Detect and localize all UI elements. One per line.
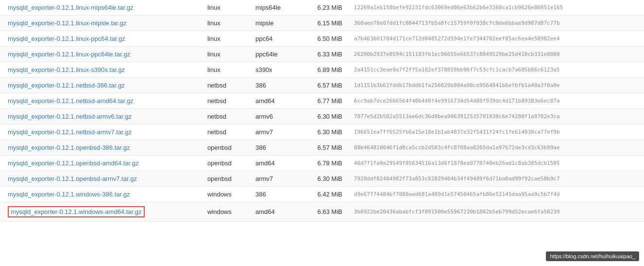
file-link[interactable]: mysqld_exporter-0.12.1.openbsd-armv7.tar… <box>8 175 137 182</box>
file-link[interactable]: mysqld_exporter-0.12.1.netbsd-armv7.tar.… <box>8 128 132 136</box>
table-row: mysqld_exporter-0.12.1.linux-ppc64.tar.g… <box>0 31 644 47</box>
arch-cell: s390x <box>250 62 299 78</box>
size-cell: 6.63 MiB <box>299 202 348 222</box>
file-cell[interactable]: mysqld_exporter-0.12.1.linux-mipsle.tar.… <box>0 16 202 31</box>
table-row: mysqld_exporter-0.12.1.linux-ppc64le.tar… <box>0 47 644 62</box>
files-table: mysqld_exporter-0.12.1.linux-mips64le.ta… <box>0 0 644 222</box>
arch-cell: amd64 <box>250 202 299 222</box>
size-cell: 6.30 MiB <box>299 109 348 124</box>
hash-cell: 46d7f1fa0a29549f85634516a13d6f1878ea0778… <box>348 156 644 171</box>
file-cell[interactable]: mysqld_exporter-0.12.1.openbsd-386.tar.g… <box>0 140 202 156</box>
table-row: mysqld_exporter-0.12.1.openbsd-386.tar.g… <box>0 140 644 156</box>
table-row: mysqld_exporter-0.12.1.linux-mipsle.tar.… <box>0 16 644 31</box>
hash-cell: 1d1151b3b61fddb17bddb1fa256029b804a98ce9… <box>348 78 644 93</box>
arch-cell: amd64 <box>250 156 299 171</box>
hash-cell: 2a4151cc3eae9a7f2ff5a182ef378859bb96f7c5… <box>348 62 644 78</box>
arch-cell: ppc64le <box>250 47 299 62</box>
os-cell: openbsd <box>202 156 250 171</box>
file-link[interactable]: mysqld_exporter-0.12.1.windows-386.tar.g… <box>8 191 130 198</box>
size-cell: 6.33 MiB <box>299 47 348 62</box>
hash-cell: 196651ea7ff6525fb6a15e18e1b1ab4037e32f54… <box>348 124 644 140</box>
arch-cell: ppc64 <box>250 31 299 47</box>
table-row: mysqld_exporter-0.12.1.netbsd-armv7.tar.… <box>0 124 644 140</box>
size-cell: 6.42 MiB <box>299 187 348 202</box>
file-link[interactable]: mysqld_exporter-0.12.1.linux-s390x.tar.g… <box>8 66 125 73</box>
hash-cell: 3b0922be20436ababfcf3f091500e55967230b18… <box>348 202 644 222</box>
table-row: mysqld_exporter-0.12.1.windows-amd64.tar… <box>0 202 644 222</box>
hash-cell: 7928ddf82404982f73a853c82829404b34f49489… <box>348 171 644 187</box>
hash-cell: 12269a1eb150befe92231fdc63069ed06e63b62b… <box>348 0 644 16</box>
table-row: mysqld_exporter-0.12.1.netbsd-armv6.tar.… <box>0 109 644 124</box>
os-cell: openbsd <box>202 140 250 156</box>
os-cell: netbsd <box>202 124 250 140</box>
file-link[interactable]: mysqld_exporter-0.12.1.openbsd-amd64.tar… <box>8 160 139 167</box>
hash-cell: 26200b2937e0594c151183fb1ec06655e66537c8… <box>348 47 644 62</box>
size-cell: 6.89 MiB <box>299 62 348 78</box>
size-cell: 6.57 MiB <box>299 140 348 156</box>
os-cell: windows <box>202 202 250 222</box>
hash-cell: 7877e5d2b502a5513ae6dc36d9bea90639125357… <box>348 109 644 124</box>
table-row: mysqld_exporter-0.12.1.openbsd-armv7.tar… <box>0 171 644 187</box>
os-cell: netbsd <box>202 109 250 124</box>
hash-cell: 360aee78e07dd1fc0844713fb5a8fc15759f0f03… <box>348 16 644 31</box>
file-cell[interactable]: mysqld_exporter-0.12.1.netbsd-armv6.tar.… <box>0 109 202 124</box>
size-cell: 6.57 MiB <box>299 78 348 93</box>
table-row: mysqld_exporter-0.12.1.netbsd-amd64.tar.… <box>0 93 644 109</box>
file-link[interactable]: mysqld_exporter-0.12.1.netbsd-armv6.tar.… <box>8 113 132 120</box>
file-link[interactable]: mysqld_exporter-0.12.1.linux-ppc64.tar.g… <box>8 35 125 42</box>
file-cell[interactable]: mysqld_exporter-0.12.1.netbsd-386.tar.gz <box>0 78 202 93</box>
arch-cell: 386 <box>250 187 299 202</box>
hash-cell: 6cc9ab7dce2666564f40b440f4e9916734d54d80… <box>348 93 644 109</box>
os-cell: linux <box>202 0 250 16</box>
file-link[interactable]: mysqld_exporter-0.12.1.openbsd-386.tar.g… <box>8 144 130 151</box>
size-cell: 6.77 MiB <box>299 93 348 109</box>
file-cell[interactable]: mysqld_exporter-0.12.1.openbsd-amd64.tar… <box>0 156 202 171</box>
file-cell[interactable]: mysqld_exporter-0.12.1.linux-ppc64.tar.g… <box>0 31 202 47</box>
arch-cell: armv6 <box>250 109 299 124</box>
arch-cell: mipsle <box>250 16 299 31</box>
file-cell[interactable]: mysqld_exporter-0.12.1.windows-amd64.tar… <box>0 202 202 222</box>
os-cell: linux <box>202 31 250 47</box>
os-cell: linux <box>202 62 250 78</box>
file-cell[interactable]: mysqld_exporter-0.12.1.linux-mips64le.ta… <box>0 0 202 16</box>
os-cell: linux <box>202 16 250 31</box>
arch-cell: 386 <box>250 140 299 156</box>
file-cell[interactable]: mysqld_exporter-0.12.1.linux-s390x.tar.g… <box>0 62 202 78</box>
table-row: mysqld_exporter-0.12.1.linux-mips64le.ta… <box>0 0 644 16</box>
table-row: mysqld_exporter-0.12.1.linux-s390x.tar.g… <box>0 62 644 78</box>
arch-cell: armv7 <box>250 171 299 187</box>
table-row: mysqld_exporter-0.12.1.netbsd-386.tar.gz… <box>0 78 644 93</box>
file-cell[interactable]: mysqld_exporter-0.12.1.netbsd-armv7.tar.… <box>0 124 202 140</box>
os-cell: openbsd <box>202 171 250 187</box>
os-cell: netbsd <box>202 93 250 109</box>
size-cell: 6.78 MiB <box>299 156 348 171</box>
file-link[interactable]: mysqld_exporter-0.12.1.linux-ppc64le.tar… <box>8 51 130 58</box>
size-cell: 6.23 MiB <box>299 0 348 16</box>
os-cell: windows <box>202 187 250 202</box>
arch-cell: armv7 <box>250 124 299 140</box>
file-cell[interactable]: mysqld_exporter-0.12.1.openbsd-armv7.tar… <box>0 171 202 187</box>
file-cell[interactable]: mysqld_exporter-0.12.1.windows-386.tar.g… <box>0 187 202 202</box>
table-row: mysqld_exporter-0.12.1.windows-386.tar.g… <box>0 187 644 202</box>
file-link[interactable]: mysqld_exporter-0.12.1.windows-amd64.tar… <box>8 206 145 217</box>
hash-cell: 88b464810046f1d0ca5ccb2d583c4fc0708aa026… <box>348 140 644 156</box>
table-row: mysqld_exporter-0.12.1.openbsd-amd64.tar… <box>0 156 644 171</box>
size-cell: 6.30 MiB <box>299 171 348 187</box>
file-cell[interactable]: mysqld_exporter-0.12.1.netbsd-amd64.tar.… <box>0 93 202 109</box>
size-cell: 6.30 MiB <box>299 124 348 140</box>
os-cell: linux <box>202 47 250 62</box>
arch-cell: mips64le <box>250 0 299 16</box>
arch-cell: 386 <box>250 78 299 93</box>
file-link[interactable]: mysqld_exporter-0.12.1.linux-mipsle.tar.… <box>8 19 126 27</box>
file-link[interactable]: mysqld_exporter-0.12.1.netbsd-386.tar.gz <box>8 82 125 89</box>
hash-cell: d9e67f74484bf7080aed601a489d1e57450465af… <box>348 187 644 202</box>
arch-cell: amd64 <box>250 93 299 109</box>
hash-cell: a7b463601704d171ce712d8485272d594e1fe734… <box>348 31 644 47</box>
size-cell: 6.50 MiB <box>299 31 348 47</box>
file-link[interactable]: mysqld_exporter-0.12.1.netbsd-amd64.tar.… <box>8 97 134 105</box>
file-link[interactable]: mysqld_exporter-0.12.1.linux-mips64le.ta… <box>8 4 134 11</box>
size-cell: 6.15 MiB <box>299 16 348 31</box>
os-cell: netbsd <box>202 78 250 93</box>
file-cell[interactable]: mysqld_exporter-0.12.1.linux-ppc64le.tar… <box>0 47 202 62</box>
